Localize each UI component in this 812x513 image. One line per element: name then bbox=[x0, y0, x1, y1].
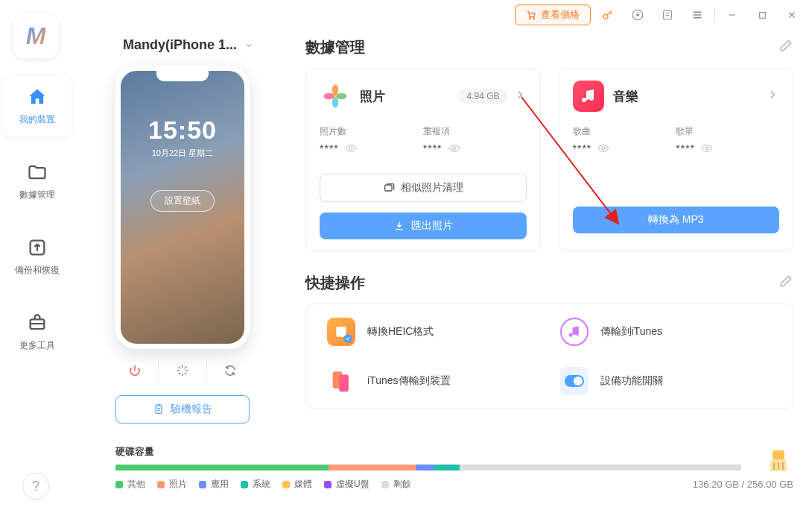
section-data-management: 數據管理 bbox=[305, 37, 793, 57]
refresh-button[interactable] bbox=[215, 359, 245, 382]
chevron-right-icon[interactable] bbox=[766, 88, 779, 104]
verify-label: 驗機報告 bbox=[171, 403, 212, 416]
eye-icon[interactable] bbox=[701, 142, 713, 154]
backup-icon bbox=[27, 237, 48, 258]
stat-label: 重複項 bbox=[423, 125, 527, 138]
svg-point-20 bbox=[343, 334, 352, 343]
svg-point-11 bbox=[332, 97, 339, 107]
sidebar-item-my-device[interactable]: 我的裝置 bbox=[3, 76, 72, 136]
gallery-icon bbox=[383, 182, 395, 194]
download-icon[interactable] bbox=[625, 2, 650, 28]
minimize-button[interactable] bbox=[720, 2, 745, 28]
export-photos-button[interactable]: 匯出照片 bbox=[320, 213, 527, 239]
quick-label: iTunes傳輸到裝置 bbox=[367, 374, 451, 388]
svg-rect-25 bbox=[773, 450, 784, 459]
svg-rect-5 bbox=[759, 12, 765, 18]
eye-icon[interactable] bbox=[597, 142, 609, 154]
similar-photos-button[interactable]: 相似照片清理 bbox=[320, 174, 527, 202]
sidebar-item-data-mgmt[interactable]: 數據管理 bbox=[3, 151, 72, 212]
stat-label: 歌單 bbox=[676, 125, 779, 138]
heic-icon bbox=[327, 318, 355, 346]
btn-label: 匯出照片 bbox=[411, 219, 453, 233]
clean-brush-button[interactable] bbox=[764, 446, 793, 476]
clipboard-icon bbox=[153, 403, 165, 415]
sidebar-item-label: 我的裝置 bbox=[19, 113, 55, 126]
storage-section: 硬碟容量 其他 照片 應用 系統 媒體 虛擬U盤 剩餘 136.20 GB / … bbox=[115, 445, 793, 491]
svg-point-14 bbox=[349, 147, 352, 150]
svg-point-1 bbox=[533, 18, 535, 19]
photos-size: 4.94 GB bbox=[459, 89, 507, 104]
chevron-down-icon bbox=[244, 41, 253, 50]
maximize-button[interactable] bbox=[749, 2, 775, 28]
music-icon bbox=[573, 81, 604, 112]
quick-label: 傳輸到iTunes bbox=[600, 325, 663, 339]
quick-device-switch[interactable]: 設備功能開關 bbox=[560, 367, 773, 395]
itunes-icon bbox=[560, 318, 589, 346]
sidebar-item-backup[interactable]: 備份和恢復 bbox=[3, 227, 72, 287]
photos-icon bbox=[320, 81, 351, 112]
btn-label: 轉換為 MP3 bbox=[648, 213, 704, 227]
svg-point-18 bbox=[705, 147, 708, 150]
sidebar-item-more-tools[interactable]: 更多工具 bbox=[3, 302, 72, 362]
edit-icon[interactable] bbox=[778, 274, 793, 292]
svg-rect-8 bbox=[156, 406, 162, 414]
menu-icon[interactable] bbox=[685, 2, 710, 28]
quick-transfer-itunes[interactable]: 傳輸到iTunes bbox=[560, 318, 773, 346]
phone-time: 15:50 bbox=[148, 116, 217, 145]
svg-point-10 bbox=[332, 84, 339, 95]
phone-date: 10月22日 星期二 bbox=[152, 148, 214, 159]
note-icon[interactable] bbox=[655, 2, 680, 28]
eye-icon[interactable] bbox=[345, 142, 357, 154]
toggle-icon bbox=[560, 367, 589, 395]
device-name: Mandy(iPhone 1... bbox=[123, 37, 237, 53]
sidebar-item-label: 備份和恢復 bbox=[15, 264, 60, 277]
toolbox-icon bbox=[27, 312, 48, 333]
quick-label: 設備功能開關 bbox=[600, 374, 663, 388]
download-icon bbox=[393, 220, 405, 232]
svg-rect-4 bbox=[664, 10, 672, 19]
svg-rect-16 bbox=[384, 185, 391, 191]
eye-icon[interactable] bbox=[448, 142, 460, 154]
price-label: 查看價格 bbox=[541, 8, 580, 22]
help-button[interactable]: ? bbox=[22, 473, 49, 500]
cart-icon bbox=[526, 10, 536, 20]
svg-point-13 bbox=[336, 93, 346, 100]
card-name: 照片 bbox=[360, 88, 385, 105]
storage-title: 硬碟容量 bbox=[115, 445, 793, 459]
convert-mp3-button[interactable]: 轉換為 MP3 bbox=[573, 207, 780, 233]
chevron-right-icon[interactable] bbox=[513, 88, 527, 104]
sidebar-item-label: 數據管理 bbox=[19, 189, 55, 201]
main-panel: Mandy(iPhone 1... 15:50 10月22日 星期二 設置壁紙 bbox=[115, 37, 793, 498]
svg-point-17 bbox=[602, 147, 605, 150]
sidebar: 我的裝置 數據管理 備份和恢復 更多工具 bbox=[0, 76, 74, 362]
phone-preview: 15:50 10月22日 星期二 設置壁紙 驗機報告 bbox=[115, 66, 264, 424]
stat-label: 歌曲 bbox=[573, 125, 676, 138]
set-wallpaper-button[interactable]: 設置壁紙 bbox=[150, 190, 215, 212]
loading-icon[interactable] bbox=[168, 359, 197, 382]
card-name: 音樂 bbox=[613, 88, 638, 105]
svg-rect-22 bbox=[339, 375, 349, 392]
titlebar: 查看價格 bbox=[0, 0, 812, 30]
svg-point-0 bbox=[529, 18, 530, 19]
app-logo: M bbox=[13, 13, 58, 58]
quick-itunes-to-device[interactable]: iTunes傳輸到裝置 bbox=[327, 367, 539, 395]
view-price-button[interactable]: 查看價格 bbox=[515, 4, 591, 25]
svg-point-2 bbox=[603, 14, 608, 19]
svg-point-15 bbox=[453, 147, 456, 150]
home-icon bbox=[27, 86, 48, 107]
storage-text: 136.20 GB / 256.00 GB bbox=[693, 479, 793, 490]
close-button[interactable] bbox=[779, 2, 805, 28]
svg-point-12 bbox=[323, 93, 334, 100]
power-button[interactable] bbox=[120, 359, 150, 382]
phone-stack-icon bbox=[327, 367, 355, 395]
storage-legend: 其他 照片 應用 系統 媒體 虛擬U盤 剩餘 136.20 GB / 256.0… bbox=[115, 478, 793, 491]
key-icon[interactable] bbox=[595, 2, 621, 28]
sidebar-item-label: 更多工具 bbox=[19, 339, 55, 352]
edit-icon[interactable] bbox=[778, 38, 793, 57]
quick-convert-heic[interactable]: 轉換HEIC格式 bbox=[327, 318, 539, 346]
btn-label: 相似照片清理 bbox=[401, 181, 463, 195]
stat-label: 照片數 bbox=[320, 125, 423, 138]
storage-bar bbox=[115, 465, 741, 470]
card-photos: 照片 4.94 GB 照片數 **** 重複項 **** bbox=[305, 68, 541, 252]
verify-report-button[interactable]: 驗機報告 bbox=[115, 395, 250, 424]
